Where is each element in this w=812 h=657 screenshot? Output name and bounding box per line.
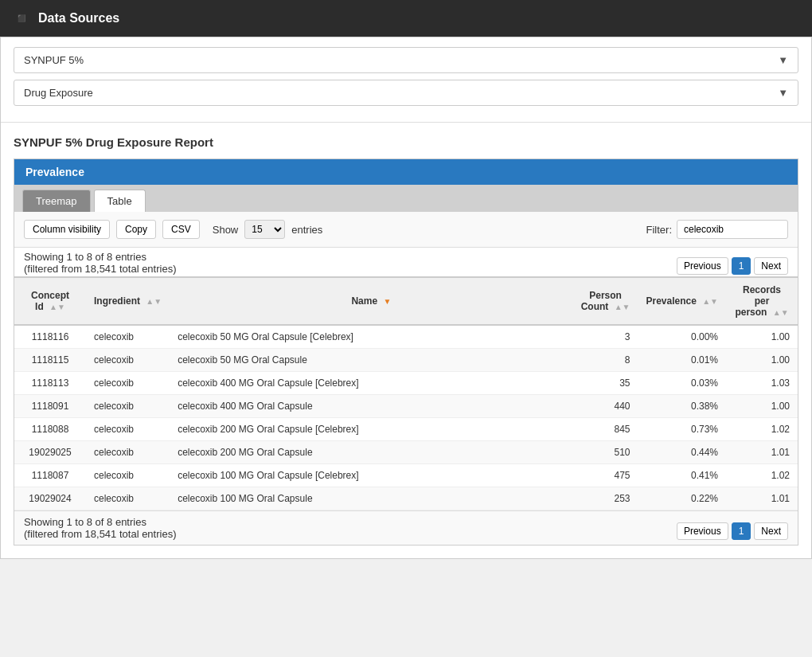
cell-concept-id: 1118087 xyxy=(14,464,86,487)
main-container: SYNPUF 5% ▼ Drug Exposure ▼ SYNPUF 5% Dr… xyxy=(0,37,812,559)
cell-prevalence: 0.00% xyxy=(638,325,726,349)
column-visibility-button[interactable]: Column visibility xyxy=(24,220,110,239)
cell-concept-id: 19029024 xyxy=(14,487,86,510)
cell-person-count: 8 xyxy=(573,349,638,372)
cell-name: celecoxib 100 MG Oral Capsule [Celebrex] xyxy=(170,464,573,487)
tab-table[interactable]: Table xyxy=(94,190,146,212)
cell-prevalence: 0.22% xyxy=(638,487,726,510)
bottom-controls: Showing 1 to 8 of 8 entries (filtered fr… xyxy=(14,510,798,545)
cell-records-per-person: 1.00 xyxy=(726,349,798,372)
cell-person-count: 253 xyxy=(573,487,638,510)
report-title: SYNPUF 5% Drug Exposure Report xyxy=(14,135,798,149)
cell-ingredient: celecoxib xyxy=(86,441,170,464)
cell-prevalence: 0.41% xyxy=(638,464,726,487)
th-concept-id: ConceptId ▲▼ xyxy=(14,277,86,325)
page-current-bottom: 1 xyxy=(732,522,751,540)
prevalence-card: Prevalence Treemap Table Column visibili… xyxy=(14,158,798,546)
sort-name-icon: ▼ xyxy=(383,297,391,306)
data-table: ConceptId ▲▼ Ingredient ▲▼ Name ▼ xyxy=(14,276,798,510)
cell-ingredient: celecoxib xyxy=(86,325,170,349)
table-row: 1118116 celecoxib celecoxib 50 MG Oral C… xyxy=(14,325,798,349)
copy-button[interactable]: Copy xyxy=(116,220,156,239)
cell-prevalence: 0.01% xyxy=(638,349,726,372)
domain-dropdown-value: Drug Exposure xyxy=(24,87,93,99)
cell-name: celecoxib 200 MG Oral Capsule xyxy=(170,441,573,464)
cell-ingredient: celecoxib xyxy=(86,349,170,372)
next-button-top[interactable]: Next xyxy=(754,257,788,275)
page-current-top: 1 xyxy=(732,257,751,275)
info-bottom: Showing 1 to 8 of 8 entries (filtered fr… xyxy=(24,516,176,540)
cell-records-per-person: 1.01 xyxy=(726,441,798,464)
table-row: 1118091 celecoxib celecoxib 400 MG Oral … xyxy=(14,395,798,418)
table-wrapper: ConceptId ▲▼ Ingredient ▲▼ Name ▼ xyxy=(14,276,798,510)
cell-concept-id: 1118115 xyxy=(14,349,86,372)
cell-person-count: 845 xyxy=(573,418,638,441)
cell-person-count: 440 xyxy=(573,395,638,418)
table-row: 19029024 celecoxib celecoxib 100 MG Oral… xyxy=(14,487,798,510)
entries-select[interactable]: 10 15 25 50 100 xyxy=(244,220,285,239)
show-label: Show xyxy=(213,224,239,236)
tab-treemap[interactable]: Treemap xyxy=(22,190,91,212)
cell-name: celecoxib 400 MG Oral Capsule [Celebrex] xyxy=(170,372,573,395)
th-prevalence: Prevalence ▲▼ xyxy=(638,277,726,325)
cell-name: celecoxib 400 MG Oral Capsule xyxy=(170,395,573,418)
cell-ingredient: celecoxib xyxy=(86,395,170,418)
filter-label: Filter: xyxy=(646,224,673,236)
next-button-bottom[interactable]: Next xyxy=(754,522,788,540)
cell-prevalence: 0.44% xyxy=(638,441,726,464)
prevalence-header: Prevalence xyxy=(14,159,798,185)
cell-ingredient: celecoxib xyxy=(86,464,170,487)
cell-records-per-person: 1.00 xyxy=(726,395,798,418)
cell-records-per-person: 1.02 xyxy=(726,464,798,487)
source-dropdown-value: SYNPUF 5% xyxy=(24,54,84,66)
header-icon: ◾ xyxy=(13,10,30,27)
pagination-top: Previous 1 Next xyxy=(677,257,788,275)
th-records-per-person: Recordsperperson ▲▼ xyxy=(726,277,798,325)
cell-name: celecoxib 200 MG Oral Capsule [Celebrex] xyxy=(170,418,573,441)
cell-concept-id: 19029025 xyxy=(14,441,86,464)
cell-concept-id: 1118113 xyxy=(14,372,86,395)
cell-ingredient: celecoxib xyxy=(86,487,170,510)
source-dropdown-arrow: ▼ xyxy=(778,54,788,66)
domain-dropdown[interactable]: Drug Exposure ▼ xyxy=(14,80,798,106)
table-row: 1118087 celecoxib celecoxib 100 MG Oral … xyxy=(14,464,798,487)
info-top: Showing 1 to 8 of 8 entries (filtered fr… xyxy=(24,251,176,275)
th-person-count: PersonCount ▲▼ xyxy=(573,277,638,325)
report-area: SYNPUF 5% Drug Exposure Report Prevalenc… xyxy=(1,123,811,558)
cell-records-per-person: 1.01 xyxy=(726,487,798,510)
sort-prevalence-icon: ▲▼ xyxy=(702,297,718,306)
cell-prevalence: 0.73% xyxy=(638,418,726,441)
cell-name: celecoxib 50 MG Oral Capsule [Celebrex] xyxy=(170,325,573,349)
table-row: 1118088 celecoxib celecoxib 200 MG Oral … xyxy=(14,418,798,441)
cell-ingredient: celecoxib xyxy=(86,372,170,395)
prev-button-bottom[interactable]: Previous xyxy=(677,522,728,540)
cell-name: celecoxib 100 MG Oral Capsule xyxy=(170,487,573,510)
cell-records-per-person: 1.03 xyxy=(726,372,798,395)
table-row: 19029025 celecoxib celecoxib 200 MG Oral… xyxy=(14,441,798,464)
sort-concept-icon: ▲▼ xyxy=(49,303,65,311)
cell-name: celecoxib 50 MG Oral Capsule xyxy=(170,349,573,372)
sort-records-icon: ▲▼ xyxy=(773,308,789,317)
cell-prevalence: 0.03% xyxy=(638,372,726,395)
pagination-bottom: Previous 1 Next xyxy=(677,522,788,540)
source-dropdown[interactable]: SYNPUF 5% ▼ xyxy=(14,47,798,73)
cell-prevalence: 0.38% xyxy=(638,395,726,418)
sort-person-icon: ▲▼ xyxy=(615,303,630,311)
cell-concept-id: 1118116 xyxy=(14,325,86,349)
filter-area: Filter: xyxy=(646,220,789,239)
tabs-bar: Treemap Table xyxy=(14,185,798,212)
header-title: Data Sources xyxy=(38,11,119,25)
dropdowns-area: SYNPUF 5% ▼ Drug Exposure ▼ xyxy=(1,37,811,123)
filter-input[interactable] xyxy=(677,220,788,239)
app-header: ◾ Data Sources xyxy=(0,0,812,37)
prev-button-top[interactable]: Previous xyxy=(677,257,728,275)
th-ingredient: Ingredient ▲▼ xyxy=(86,277,170,325)
csv-button[interactable]: CSV xyxy=(162,220,200,239)
entries-suffix: entries xyxy=(291,224,322,236)
cell-concept-id: 1118088 xyxy=(14,418,86,441)
cell-records-per-person: 1.02 xyxy=(726,418,798,441)
cell-concept-id: 1118091 xyxy=(14,395,86,418)
table-row: 1118113 celecoxib celecoxib 400 MG Oral … xyxy=(14,372,798,395)
th-name: Name ▼ xyxy=(170,277,573,325)
table-row: 1118115 celecoxib celecoxib 50 MG Oral C… xyxy=(14,349,798,372)
